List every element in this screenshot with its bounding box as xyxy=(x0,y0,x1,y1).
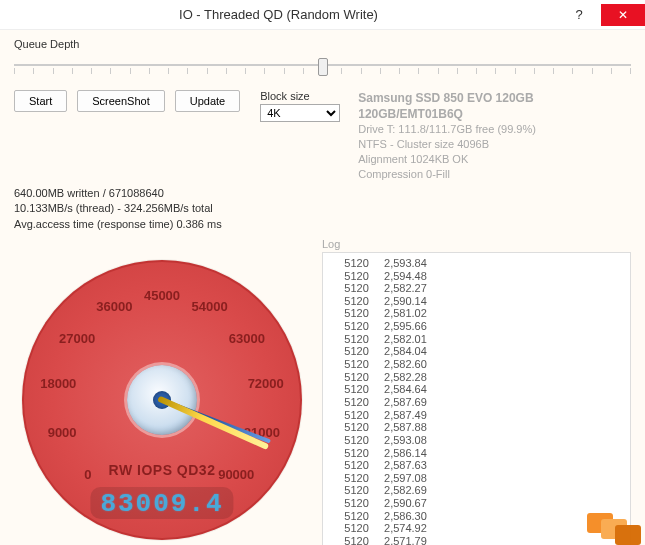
queue-depth-slider[interactable] xyxy=(14,54,631,84)
drive-free: Drive T: 111.8/111.7GB free (99.9%) xyxy=(358,122,631,137)
log-row: 5120 2,582.28 xyxy=(329,371,624,384)
log-row: 5120 2,574.92 xyxy=(329,522,624,535)
log-row: 5120 2,584.04 xyxy=(329,345,624,358)
log-row: 5120 2,587.49 xyxy=(329,409,624,422)
log-row: 5120 2,597.08 xyxy=(329,472,624,485)
drive-compress: Compression 0-Fill xyxy=(358,167,631,182)
stat-written: 640.00MB written / 671088640 xyxy=(14,186,631,201)
update-button[interactable]: Update xyxy=(175,90,240,112)
gauge-tick: 54000 xyxy=(192,299,228,314)
help-button[interactable]: ? xyxy=(557,4,601,26)
controls-row: Start ScreenShot Update Block size 4K Sa… xyxy=(14,90,631,182)
gauge-readout: 83009.4 xyxy=(90,487,233,519)
gauge-tick: 36000 xyxy=(96,299,132,314)
log-list[interactable]: 5120 2,593.84 5120 2,594.48 5120 2,582.2… xyxy=(322,252,631,545)
gauge-tick: 0 xyxy=(84,467,91,482)
drive-name: Samsung SSD 850 EVO 120GB 120GB/EMT01B6Q xyxy=(358,90,631,122)
log-row: 5120 2,590.67 xyxy=(329,497,624,510)
block-size-label: Block size xyxy=(260,90,340,102)
log-row: 5120 2,581.02 xyxy=(329,307,624,320)
gauge-tick: 9000 xyxy=(48,425,77,440)
stat-throughput: 10.133MB/s (thread) - 324.256MB/s total xyxy=(14,201,631,216)
log-row: 5120 2,571.79 xyxy=(329,535,624,545)
log-row: 5120 2,584.64 xyxy=(329,383,624,396)
gauge-tick: 63000 xyxy=(229,331,265,346)
gauge-tick: 27000 xyxy=(59,331,95,346)
window-title: IO - Threaded QD (Random Write) xyxy=(0,7,557,22)
log-row: 5120 2,582.27 xyxy=(329,282,624,295)
block-size-group: Block size 4K xyxy=(260,90,340,122)
gauge-tick: 72000 xyxy=(248,376,284,391)
screenshot-button[interactable]: ScreenShot xyxy=(77,90,164,112)
log-row: 5120 2,587.63 xyxy=(329,459,624,472)
log-row: 5120 2,587.69 xyxy=(329,396,624,409)
drive-fs: NTFS - Cluster size 4096B xyxy=(358,137,631,152)
log-row: 5120 2,594.48 xyxy=(329,270,624,283)
drive-align: Alignment 1024KB OK xyxy=(358,152,631,167)
log-row: 5120 2,582.01 xyxy=(329,333,624,346)
stat-latency: Avg.access time (response time) 0.386 ms xyxy=(14,217,631,232)
gauge-tick: 90000 xyxy=(218,467,254,482)
queue-depth-label: Queue Depth xyxy=(14,38,631,50)
log-row: 5120 2,586.14 xyxy=(329,447,624,460)
gauge-panel: 0900018000270003600045000540006300072000… xyxy=(14,238,314,545)
titlebar: IO - Threaded QD (Random Write) ? ✕ xyxy=(0,0,645,30)
log-label: Log xyxy=(322,238,631,250)
gauge-tick: 45000 xyxy=(144,287,180,302)
block-size-select[interactable]: 4K xyxy=(260,104,340,122)
content-area: Queue Depth Start ScreenShot Update Bloc… xyxy=(0,30,645,545)
log-row: 5120 2,595.66 xyxy=(329,320,624,333)
start-button[interactable]: Start xyxy=(14,90,67,112)
log-row: 5120 2,582.69 xyxy=(329,484,624,497)
slider-thumb[interactable] xyxy=(318,58,328,76)
log-row: 5120 2,582.60 xyxy=(329,358,624,371)
gauge-tick: 18000 xyxy=(40,376,76,391)
log-row: 5120 2,590.14 xyxy=(329,295,624,308)
iops-gauge: 0900018000270003600045000540006300072000… xyxy=(22,260,302,540)
drive-info: Samsung SSD 850 EVO 120GB 120GB/EMT01B6Q… xyxy=(358,90,631,182)
log-row: 5120 2,586.30 xyxy=(329,510,624,523)
gauge-title: RW IOPS QD32 xyxy=(109,462,216,478)
stats-block: 640.00MB written / 671088640 10.133MB/s … xyxy=(14,186,631,232)
log-row: 5120 2,587.88 xyxy=(329,421,624,434)
log-row: 5120 2,593.84 xyxy=(329,257,624,270)
log-row: 5120 2,593.08 xyxy=(329,434,624,447)
close-button[interactable]: ✕ xyxy=(601,4,645,26)
